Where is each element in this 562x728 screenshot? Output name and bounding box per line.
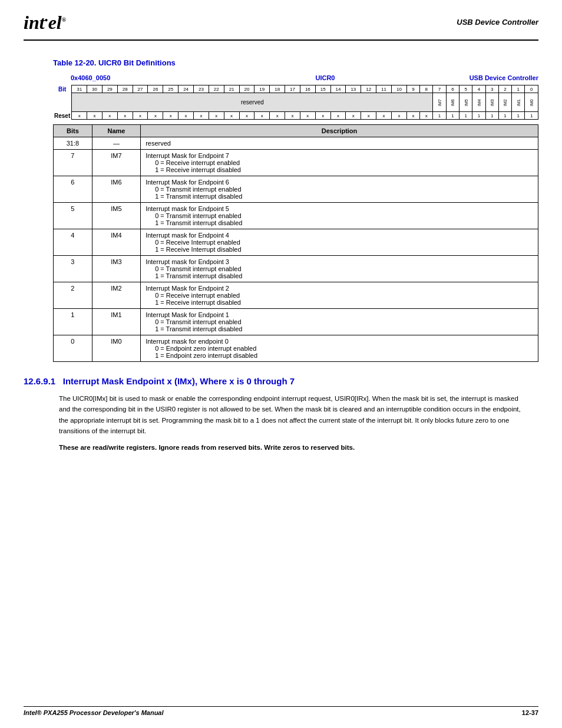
desc-line-4-2: 1 = Receive Interrupt disabled <box>146 246 533 253</box>
desc-line-6-2: 1 = Receive interrupt disabled <box>146 299 533 306</box>
desc-line-8-0: Interrupt mask for endpoint 0 <box>146 338 533 345</box>
reset-15: x <box>315 112 330 120</box>
table-row: 5IM5Interrupt mask for Endpoint 50 = Tra… <box>54 203 538 229</box>
bit-16: 16 <box>300 85 315 93</box>
cell-desc-0: reserved <box>141 137 538 150</box>
table-row: 6IM6Interrupt Mask for Endpoint 60 = Tra… <box>54 176 538 203</box>
bit-5: 5 <box>459 85 472 93</box>
reset-12: x <box>361 112 376 120</box>
reset-18: x <box>270 112 285 120</box>
desc-line-3-2: 1 = Transmit interrupt disabled <box>146 219 533 226</box>
cell-desc-5: Interrupt mask for Endpoint 30 = Transmi… <box>141 256 538 282</box>
reset-0: 1 <box>525 112 538 120</box>
cell-bits-7: 1 <box>54 309 92 335</box>
section-heading: 12.6.9.1 Interrupt Mask Endpoint x (IMx)… <box>24 376 538 386</box>
logo-text: int <box>24 12 45 33</box>
bit-17: 17 <box>285 85 300 93</box>
bit-15: 15 <box>315 85 330 93</box>
footer-right: 12-37 <box>522 709 538 716</box>
desc-line-7-2: 1 = Transmit interrupt disabled <box>146 325 533 332</box>
reset-16: x <box>300 112 315 120</box>
bit-7: 7 <box>433 85 446 93</box>
bit-8: 8 <box>420 85 433 93</box>
desc-line-8-2: 1 = Endpoint zero interrupt disabled <box>146 352 533 359</box>
cell-bits-0: 31:8 <box>54 137 92 150</box>
cell-name-0: — <box>92 137 140 150</box>
cell-desc-3: Interrupt mask for Endpoint 50 = Transmi… <box>141 203 538 229</box>
reset-row: Reset x x x x x x x x x x x x x x x x x … <box>53 112 538 120</box>
table-title: Table 12-20. UICR0 Bit Definitions <box>53 58 538 67</box>
section-title: Interrupt Mask Endpoint x (IMx), Where x… <box>63 376 295 386</box>
desc-line-7-1: 0 = Transmit interrupt enabled <box>146 318 533 325</box>
col-header-description: Description <box>141 125 538 137</box>
bit-30: 30 <box>87 85 103 93</box>
intel-logo: int●el® <box>24 12 66 34</box>
register-name: UICR0 <box>315 74 335 81</box>
bit-13: 13 <box>346 85 361 93</box>
bit-fields-row: reserved IM7 IM6 IM5 IM4 IM3 IM2 IM1 IM0 <box>53 93 538 112</box>
desc-line-1-0: Interrupt Mask for Endpoint 7 <box>146 152 533 159</box>
desc-line-4-0: Interrupt mask for Endpoint 4 <box>146 232 533 239</box>
cell-desc-2: Interrupt Mask for Endpoint 60 = Transmi… <box>141 176 538 203</box>
desc-line-2-1: 0 = Transmit interrupt enabled <box>146 186 533 193</box>
reset-17: x <box>285 112 300 120</box>
reset-28: x <box>117 112 133 120</box>
reset-4: 1 <box>472 112 485 120</box>
empty-label <box>53 93 72 112</box>
reset-7: 1 <box>433 112 446 120</box>
section-note: These are read/write registers. Ignore r… <box>59 444 527 451</box>
bit-4: 4 <box>472 85 485 93</box>
bit-14: 14 <box>330 85 346 93</box>
footer-left: Intel® PXA255 Processor Developer's Manu… <box>24 709 164 716</box>
cell-desc-6: Interrupt Mask for Endpoint 20 = Receive… <box>141 282 538 309</box>
desc-line-6-0: Interrupt Mask for Endpoint 2 <box>146 285 533 292</box>
bit-29: 29 <box>102 85 117 93</box>
reset-23: x <box>194 112 209 120</box>
page-header: int●el® USB Device Controller <box>24 12 538 41</box>
im6-field: IM6 <box>446 93 459 112</box>
reset-20: x <box>239 112 254 120</box>
im0-field: IM0 <box>525 93 538 112</box>
register-header: 0x4060_0050 UICR0 USB Device Controller <box>53 74 538 81</box>
desc-line-2-2: 1 = Transmit interrupt disabled <box>146 193 533 200</box>
desc-line-8-1: 0 = Endpoint zero interrupt enabled <box>146 345 533 352</box>
bit-10: 10 <box>391 85 406 93</box>
reset-29: x <box>102 112 117 120</box>
cell-name-6: IM2 <box>92 282 140 309</box>
bit-27: 27 <box>133 85 148 93</box>
section-paragraph: The UICR0[IMx] bit is used to mask or en… <box>59 393 527 437</box>
desc-line-3-1: 0 = Transmit interrupt enabled <box>146 212 533 219</box>
logo-reg: ® <box>62 17 66 23</box>
bit-2: 2 <box>498 85 511 93</box>
table-row: 3IM3Interrupt mask for Endpoint 30 = Tra… <box>54 256 538 282</box>
desc-line-3-0: Interrupt mask for Endpoint 5 <box>146 205 533 212</box>
bit-3: 3 <box>485 85 498 93</box>
bit-1: 1 <box>512 85 525 93</box>
reset-24: x <box>178 112 194 120</box>
cell-name-4: IM4 <box>92 229 140 256</box>
page-footer: Intel® PXA255 Processor Developer's Manu… <box>24 706 538 716</box>
cell-bits-8: 0 <box>54 335 92 362</box>
desc-line-1-2: 1 = Receive interrupt disabled <box>146 166 533 173</box>
bit-21: 21 <box>224 85 239 93</box>
reset-1: 1 <box>512 112 525 120</box>
desc-line-1-1: 0 = Receive interrupt enabled <box>146 159 533 166</box>
table-row: 31:8—reserved <box>54 137 538 150</box>
reset-22: x <box>209 112 224 120</box>
register-address: 0x4060_0050 <box>71 74 110 81</box>
cell-name-8: IM0 <box>92 335 140 362</box>
cell-desc-4: Interrupt mask for Endpoint 40 = Receive… <box>141 229 538 256</box>
cell-bits-2: 6 <box>54 176 92 203</box>
bit-25: 25 <box>163 85 178 93</box>
bit-22: 22 <box>209 85 224 93</box>
im2-field: IM2 <box>498 93 511 112</box>
reset-label: Reset <box>53 112 72 120</box>
reset-31: x <box>72 112 87 120</box>
cell-bits-6: 2 <box>54 282 92 309</box>
bit-11: 11 <box>376 85 392 93</box>
reset-30: x <box>87 112 103 120</box>
im7-field: IM7 <box>433 93 446 112</box>
reset-8: x <box>420 112 433 120</box>
description-table: Bits Name Description 31:8—reserved7IM7I… <box>53 124 538 362</box>
logo-el: el <box>48 12 62 33</box>
